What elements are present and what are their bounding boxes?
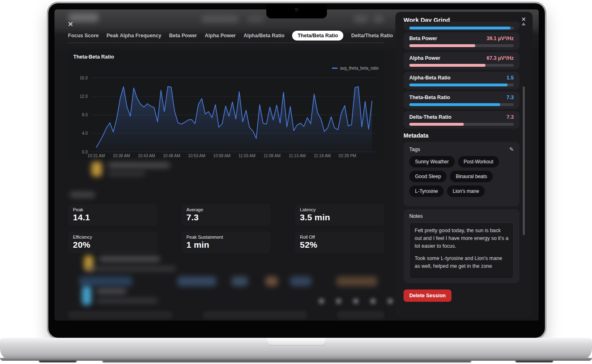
session-detail-panel: ✕ Focus Score Peak Alpha Frequency Beta … — [54, 9, 391, 321]
theta-beta-chart-card: Theta-Beta Ratio avg_theta_beta_ratio 0.… — [68, 49, 384, 161]
blurred-session-icon — [91, 162, 102, 176]
blurred-bottom-tile — [203, 311, 307, 319]
metric-card-theta-beta-ratio: Theta-Beta Ratio 7.3 — [404, 91, 519, 109]
metric-label: Beta Power — [409, 36, 437, 41]
svg-text:0.0: 0.0 — [82, 150, 88, 154]
stat-label: Average — [186, 207, 266, 212]
metric-bar-fill — [409, 44, 475, 47]
metric-card-alpha-beta-ratio: Alpha-Beta Ratio 1.5 — [404, 72, 519, 89]
metric-bar-track — [409, 44, 514, 47]
stat-value: 1 min — [186, 240, 266, 250]
blurred-session-icon — [82, 286, 91, 305]
tags-card: Tags ✎ Sunny Weather Post-Workout Good S… — [404, 142, 519, 206]
metric-card-partial — [404, 22, 519, 31]
blurred-text-line — [99, 256, 160, 262]
svg-text:10:38 AM: 10:38 AM — [113, 154, 130, 158]
metric-value: 39.1 µV²/Hz — [487, 36, 514, 41]
blurred-section-label — [70, 192, 95, 197]
desktop-background: ✕ Focus Score Peak Alpha Frequency Beta … — [0, 0, 592, 364]
metric-card-delta-theta-ratio: Delta-Theta Ratio 7.3 — [404, 111, 519, 129]
metric-value: 1.5 — [507, 75, 514, 81]
metric-tabs: Focus Score Peak Alpha Frequency Beta Po… — [68, 31, 393, 41]
blurred-chart-strip — [177, 276, 216, 286]
metric-bar-track — [409, 27, 514, 29]
tag-pill: Sunny Weather — [409, 156, 455, 167]
metric-bar-fill — [409, 27, 510, 29]
stat-label: Roll Off — [300, 235, 379, 240]
blurred-text-line — [86, 267, 176, 271]
metric-bar-fill — [409, 84, 508, 86]
stat-label: Peak Sustainment — [186, 235, 266, 240]
metric-value: 67.3 µV²/Hz — [487, 55, 514, 61]
tab-alpha-beta-ratio[interactable]: Alpha/Beta Ratio — [243, 31, 284, 41]
close-icon[interactable]: ✕ — [68, 21, 73, 28]
svg-text:10:43 AM: 10:43 AM — [138, 154, 155, 158]
tag-pills: Sunny Weather Post-Workout Good Sleep Bi… — [409, 156, 514, 197]
metric-bar-fill — [409, 103, 500, 106]
screen-notch — [266, 4, 327, 18]
metric-bar-track — [409, 123, 514, 126]
stat-value: 52% — [300, 240, 379, 250]
stat-value: 20% — [73, 240, 152, 250]
blurred-bottom-tile — [337, 311, 384, 319]
laptop-base — [0, 338, 592, 361]
tab-alpha-power[interactable]: Alpha Power — [205, 31, 236, 41]
notes-card: Notes Felt pretty good today, the sun is… — [404, 209, 519, 283]
metric-value: 7.3 — [507, 95, 514, 100]
tab-delta-theta-ratio[interactable]: Delta/Theta Ratio — [351, 31, 393, 41]
stat-card-average: Average 7.3 — [181, 204, 271, 226]
sidebar-scrollbar[interactable] — [523, 86, 525, 235]
tab-beta-power[interactable]: Beta Power — [169, 31, 197, 41]
stats-grid: Peak 14.1 Average 7.3 Latency 3.5 min Ef… — [68, 204, 384, 253]
blurred-chart-strip — [336, 276, 377, 286]
laptop-base-edge — [0, 358, 592, 361]
blurred-action-dots — [319, 298, 393, 304]
tags-label: Tags — [409, 147, 420, 152]
blurred-chart-strip — [290, 276, 311, 286]
notes-label: Notes — [409, 213, 514, 219]
notes-paragraph: Took some L-tyrosine and Lion's mane as … — [415, 255, 508, 270]
session-sidebar: Work Day Grind ✕ Beta Power 39.1 µV²/Hz — [395, 12, 533, 317]
sidebar-close-icon[interactable]: ✕ — [521, 16, 526, 23]
metric-card-alpha-power: Alpha Power 67.3 µV²/Hz — [404, 52, 519, 70]
svg-text:10:53 AM: 10:53 AM — [188, 154, 205, 158]
notes-paragraph: Felt pretty good today, the sun is back … — [415, 227, 508, 250]
metric-label: Delta-Theta Ratio — [409, 114, 451, 120]
svg-text:11:18 AM: 11:18 AM — [314, 154, 331, 158]
blurred-text-line — [96, 289, 127, 294]
webcam-icon — [295, 8, 299, 11]
svg-text:10:48 AM: 10:48 AM — [163, 154, 180, 158]
blurred-text-line — [96, 298, 158, 303]
blurred-bottom-tile — [68, 311, 172, 319]
svg-text:02:28 PM: 02:28 PM — [339, 154, 356, 158]
svg-text:11:08 AM: 11:08 AM — [263, 154, 281, 158]
tabs-divider — [68, 43, 384, 43]
tab-focus-score[interactable]: Focus Score — [68, 31, 99, 41]
metric-label: Alpha Power — [409, 55, 440, 61]
blurred-chart-strip — [265, 276, 278, 286]
tab-peak-alpha-frequency[interactable]: Peak Alpha Frequency — [107, 31, 161, 41]
app-window: ✕ Focus Score Peak Alpha Frequency Beta … — [54, 9, 539, 321]
tag-pill: Lion's mane — [447, 185, 485, 197]
stat-card-efficiency: Efficiency 20% — [68, 232, 157, 253]
tag-pill: Good Sleep — [409, 171, 447, 182]
svg-text:11:03 AM: 11:03 AM — [238, 154, 256, 158]
scroll-up-arrow-icon[interactable] — [522, 23, 526, 25]
edit-tags-icon[interactable]: ✎ — [509, 146, 514, 152]
stat-label: Efficiency — [73, 235, 152, 240]
svg-text:10:58 AM: 10:58 AM — [213, 154, 230, 158]
stat-card-latency: Latency 3.5 min — [295, 204, 384, 226]
stat-label: Peak — [73, 207, 152, 212]
stat-value: 14.1 — [73, 213, 152, 222]
metric-bar-track — [409, 64, 514, 67]
metric-bar-fill — [409, 64, 485, 67]
tab-theta-beta-ratio[interactable]: Theta/Beta Ratio — [292, 31, 343, 41]
metric-bar-fill — [409, 123, 464, 126]
metric-label: Alpha-Beta Ratio — [409, 75, 451, 81]
delete-session-button[interactable]: Delete Session — [404, 289, 451, 302]
notes-textarea[interactable]: Felt pretty good today, the sun is back … — [409, 222, 514, 279]
svg-text:11:13 AM: 11:13 AM — [289, 154, 306, 158]
tag-pill: Binaural beats — [450, 171, 493, 182]
stat-value: 7.3 — [186, 213, 266, 222]
stat-card-peak-sustainment: Peak Sustainment 1 min — [181, 232, 271, 253]
